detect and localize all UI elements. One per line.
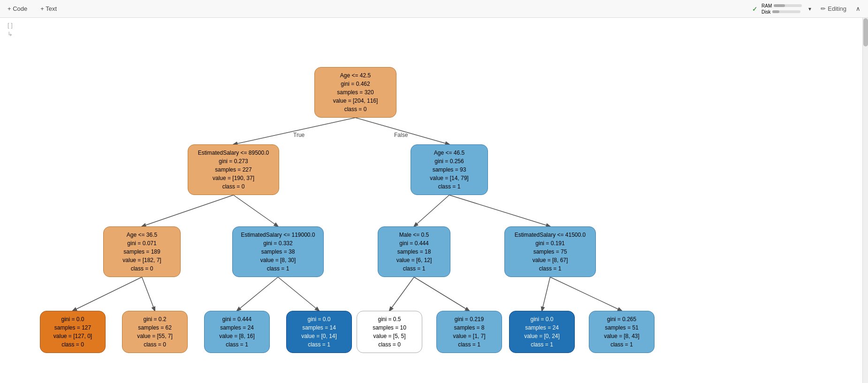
toolbar: + Code + Text ✓ RAM Disk ▾ ✏ — [0, 0, 868, 18]
node-line: class = 1 — [442, 340, 496, 349]
tree-node-rll3: gini = 0.5samples = 10value = [5, 5]clas… — [357, 311, 422, 353]
node-line: samples = 38 — [238, 248, 318, 256]
ram-label: RAM — [761, 3, 772, 8]
node-line: gini = 0.219 — [442, 315, 496, 323]
disk-bar — [772, 10, 800, 13]
node-line: class = 0 — [128, 340, 182, 349]
add-code-label: + Code — [8, 5, 27, 12]
node-line: value = [190, 37] — [194, 174, 273, 182]
tree-node-rr2: EstimatedSalary <= 41500.0gini = 0.191sa… — [504, 226, 596, 277]
toolbar-left: + Code + Text — [5, 3, 60, 14]
node-line: samples = 8 — [442, 323, 496, 332]
svg-line-5 — [449, 195, 550, 226]
node-line: gini = 0.0 — [46, 315, 99, 323]
svg-line-1 — [356, 118, 449, 144]
node-line: samples = 127 — [46, 323, 99, 332]
true-label: True — [293, 132, 305, 138]
tree-node-root: Age <= 42.5gini = 0.462samples = 320valu… — [314, 67, 396, 118]
disk-progress — [772, 10, 779, 13]
cell-run-icon[interactable]: ↳ — [8, 30, 860, 38]
node-line: samples = 51 — [595, 323, 648, 332]
scrollbar-thumb[interactable] — [863, 18, 868, 46]
tree-node-rlr3: gini = 0.219samples = 8value = [1, 7]cla… — [436, 311, 502, 353]
node-line: Age <= 46.5 — [417, 149, 482, 157]
svg-line-9 — [278, 277, 320, 311]
node-line: class = 1 — [210, 340, 264, 349]
add-code-button[interactable]: + Code — [5, 3, 30, 14]
node-line: value = [8, 43] — [595, 332, 648, 340]
tree-node-lr2: EstimatedSalary <= 119000.0gini = 0.332s… — [232, 226, 324, 277]
editing-label: Editing — [828, 5, 846, 12]
svg-line-8 — [237, 277, 278, 311]
node-line: value = [8, 67] — [510, 256, 590, 264]
node-line: class = 1 — [595, 340, 648, 349]
add-text-label: + Text — [40, 5, 57, 12]
scrollbar[interactable] — [862, 18, 868, 383]
tree-node-l1: EstimatedSalary <= 89500.0gini = 0.273sa… — [188, 144, 279, 195]
node-line: EstimatedSalary <= 119000.0 — [238, 231, 318, 239]
node-line: gini = 0.191 — [510, 239, 590, 248]
node-line: samples = 18 — [384, 248, 444, 256]
node-line: value = [55, 7] — [128, 332, 182, 340]
svg-line-12 — [542, 277, 550, 311]
node-line: value = [0, 14] — [292, 332, 346, 340]
node-line: value = [127, 0] — [46, 332, 99, 340]
toolbar-right: ✓ RAM Disk ▾ ✏ Editing ∧ — [752, 3, 863, 15]
node-line: samples = 189 — [109, 248, 175, 256]
svg-line-6 — [73, 277, 142, 311]
node-line: value = [182, 7] — [109, 256, 175, 264]
node-line: EstimatedSalary <= 41500.0 — [510, 231, 590, 239]
node-line: samples = 24 — [210, 323, 264, 332]
tree-node-lrr3: gini = 0.0samples = 14value = [0, 14]cla… — [286, 311, 352, 353]
resource-monitor: RAM Disk — [761, 3, 802, 15]
node-line: samples = 75 — [510, 248, 590, 256]
node-line: samples = 93 — [417, 165, 482, 174]
node-line: samples = 227 — [194, 165, 273, 174]
node-line: gini = 0.444 — [384, 239, 444, 248]
svg-line-2 — [142, 195, 234, 226]
tree-node-r1: Age <= 46.5gini = 0.256samples = 93value… — [411, 144, 488, 195]
svg-line-13 — [550, 277, 622, 311]
tree-node-rrr3: gini = 0.265samples = 51value = [8, 43]c… — [589, 311, 655, 353]
node-line: value = [6, 12] — [384, 256, 444, 264]
node-line: gini = 0.0 — [515, 315, 569, 323]
node-line: class = 0 — [320, 105, 390, 113]
svg-line-4 — [414, 195, 449, 226]
svg-line-10 — [389, 277, 414, 311]
cell-area: [ ] ↳ — [0, 18, 868, 41]
node-line: EstimatedSalary <= 89500.0 — [194, 149, 273, 157]
node-line: samples = 10 — [363, 323, 416, 332]
node-line: gini = 0.071 — [109, 239, 175, 248]
node-line: class = 1 — [384, 264, 444, 273]
node-line: gini = 0.462 — [320, 80, 390, 88]
checkmark-icon: ✓ — [752, 5, 758, 13]
node-line: samples = 24 — [515, 323, 569, 332]
node-line: class = 1 — [292, 340, 346, 349]
node-line: samples = 14 — [292, 323, 346, 332]
node-line: gini = 0.256 — [417, 157, 482, 165]
node-line: gini = 0.2 — [128, 315, 182, 323]
add-text-button[interactable]: + Text — [38, 3, 60, 14]
node-line: value = [0, 24] — [515, 332, 569, 340]
tree-node-rrl3: gini = 0.0samples = 24value = [0, 24]cla… — [509, 311, 575, 353]
tree-node-llr3: gini = 0.2samples = 62value = [55, 7]cla… — [122, 311, 188, 353]
dropdown-button[interactable]: ▾ — [806, 4, 814, 14]
node-line: class = 1 — [238, 264, 318, 273]
chevron-down-icon: ▾ — [808, 6, 811, 12]
node-line: gini = 0.332 — [238, 239, 318, 248]
node-line: Age <= 42.5 — [320, 71, 390, 80]
node-line: samples = 320 — [320, 88, 390, 97]
node-line: Age <= 36.5 — [109, 231, 175, 239]
pencil-icon: ✏ — [821, 5, 826, 12]
cell-bracket: [ ] — [8, 22, 860, 29]
svg-line-7 — [142, 277, 155, 311]
node-line: value = [204, 116] — [320, 97, 390, 105]
node-line: value = [8, 30] — [238, 256, 318, 264]
editing-button[interactable]: ✏ Editing — [818, 3, 849, 14]
collapse-button[interactable]: ∧ — [853, 3, 863, 14]
node-line: value = [8, 16] — [210, 332, 264, 340]
disk-label: Disk — [761, 9, 770, 15]
chevron-up-icon: ∧ — [856, 5, 860, 12]
svg-line-0 — [234, 118, 356, 144]
node-line: class = 0 — [46, 340, 99, 349]
